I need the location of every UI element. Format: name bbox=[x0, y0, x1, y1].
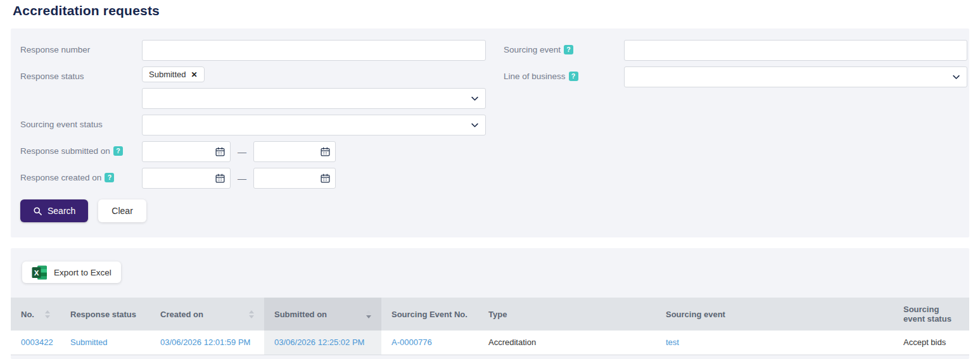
line-of-business-label-text: Line of business bbox=[504, 72, 566, 81]
response-status-chip[interactable]: Submitted ✕ bbox=[142, 66, 205, 82]
cell-type: Accreditation bbox=[478, 331, 656, 355]
response-number-link[interactable]: 0003422 bbox=[21, 337, 53, 347]
filter-row-response-status: Response status Submitted ✕ bbox=[20, 66, 486, 109]
clear-button-label: Clear bbox=[111, 206, 132, 216]
response-status-label: Response status bbox=[20, 66, 142, 81]
date-from-wrap bbox=[142, 168, 231, 189]
column-header-no[interactable]: No. bbox=[11, 298, 60, 331]
sourcing-event-input[interactable] bbox=[624, 40, 967, 61]
search-button-label: Search bbox=[48, 206, 75, 216]
filter-column-right: Sourcing event ? Line of business ? bbox=[504, 40, 967, 93]
line-of-business-select[interactable] bbox=[624, 66, 967, 87]
page-title: Accreditation requests bbox=[13, 3, 160, 18]
chevron-down-icon bbox=[951, 72, 961, 82]
filter-row-response-number: Response number bbox=[20, 40, 486, 61]
response-status-select[interactable] bbox=[142, 88, 486, 109]
filter-buttons-row: Search Clear bbox=[20, 199, 486, 222]
line-of-business-label: Line of business ? bbox=[504, 66, 624, 81]
column-label: Submitted on bbox=[274, 310, 327, 319]
chip-close-icon[interactable]: ✕ bbox=[191, 70, 198, 79]
results-table: No. Response status Created on Submitted… bbox=[11, 298, 969, 355]
results-panel: X Export to Excel No. Response status bbox=[11, 248, 969, 359]
search-button[interactable]: Search bbox=[20, 199, 88, 222]
created-on-link[interactable]: 03/06/2026 12:01:59 PM bbox=[160, 337, 250, 347]
response-number-input[interactable] bbox=[142, 40, 486, 61]
response-created-on-daterange: — bbox=[142, 168, 486, 189]
sort-icon[interactable] bbox=[245, 310, 254, 318]
cell-submitted-on: 03/06/2026 12:25:02 PM bbox=[264, 331, 381, 355]
accreditation-requests-page: Accreditation requests Response number R… bbox=[0, 0, 980, 359]
cell-sourcing-event-no: A-0000776 bbox=[381, 331, 478, 355]
export-button-label: Export to Excel bbox=[54, 268, 111, 277]
submitted-on-link[interactable]: 03/06/2026 12:25:02 PM bbox=[274, 337, 364, 347]
response-submitted-on-label: Response submitted on ? bbox=[20, 141, 142, 156]
response-status-link[interactable]: Submitted bbox=[70, 337, 108, 347]
response-submitted-from-input[interactable] bbox=[142, 141, 231, 162]
response-submitted-on-daterange: — bbox=[142, 141, 486, 162]
sourcing-event-link[interactable]: test bbox=[666, 337, 679, 347]
search-icon bbox=[33, 206, 42, 216]
response-created-from-input[interactable] bbox=[142, 168, 231, 189]
chip-label: Submitted bbox=[149, 70, 186, 79]
filter-row-response-created-on: Response created on ? — bbox=[20, 168, 486, 189]
column-label: Sourcing Event No. bbox=[391, 310, 468, 319]
cell-no: 0003422 bbox=[11, 331, 60, 355]
sourcing-event-label: Sourcing event ? bbox=[504, 40, 624, 54]
response-submitted-on-label-text: Response submitted on bbox=[20, 146, 110, 156]
date-to-wrap bbox=[253, 168, 336, 189]
filter-row-line-of-business: Line of business ? bbox=[504, 66, 967, 87]
chevron-down-icon bbox=[470, 94, 480, 103]
response-created-on-label: Response created on ? bbox=[20, 168, 142, 182]
response-created-on-label-text: Response created on bbox=[20, 173, 101, 182]
date-range-separator: — bbox=[238, 173, 246, 184]
cell-sourcing-event-status: Accept bids bbox=[893, 331, 969, 355]
sort-desc-icon[interactable] bbox=[362, 310, 371, 318]
sourcing-event-status-select[interactable] bbox=[142, 115, 486, 135]
column-header-response-status[interactable]: Response status bbox=[60, 298, 150, 331]
help-icon[interactable]: ? bbox=[113, 146, 123, 156]
filter-column-left: Response number Response status Submitte… bbox=[20, 40, 486, 222]
svg-text:X: X bbox=[34, 269, 39, 277]
column-label: Sourcing event status bbox=[903, 305, 951, 324]
sort-icon[interactable] bbox=[41, 310, 50, 318]
excel-icon: X bbox=[32, 265, 48, 280]
column-label: No. bbox=[21, 310, 34, 319]
table-row: 0003422 Submitted 03/06/2026 12:01:59 PM… bbox=[11, 331, 969, 355]
clear-button[interactable]: Clear bbox=[98, 199, 146, 222]
table-header-row: No. Response status Created on Submitted… bbox=[11, 298, 969, 331]
help-icon[interactable]: ? bbox=[105, 173, 114, 182]
cell-created-on: 03/06/2026 12:01:59 PM bbox=[150, 331, 264, 355]
help-icon[interactable]: ? bbox=[569, 72, 578, 81]
sourcing-event-no-link[interactable]: A-0000776 bbox=[391, 337, 432, 347]
column-header-submitted-on[interactable]: Submitted on bbox=[264, 298, 381, 331]
chevron-down-icon bbox=[470, 120, 480, 130]
column-label: Sourcing event bbox=[666, 310, 725, 319]
response-status-chip-row: Submitted ✕ bbox=[142, 66, 486, 82]
column-label: Type bbox=[488, 310, 507, 319]
sourcing-event-status-label: Sourcing event status bbox=[20, 115, 142, 129]
response-created-to-input[interactable] bbox=[253, 168, 336, 189]
filter-row-sourcing-event: Sourcing event ? bbox=[504, 40, 967, 61]
date-range-separator: — bbox=[238, 147, 246, 157]
column-header-sourcing-event-no[interactable]: Sourcing Event No. bbox=[381, 298, 478, 331]
column-header-created-on[interactable]: Created on bbox=[150, 298, 264, 331]
export-to-excel-button[interactable]: X Export to Excel bbox=[22, 261, 121, 283]
filter-panel: Response number Response status Submitte… bbox=[11, 28, 969, 237]
cell-sourcing-event: test bbox=[656, 331, 893, 355]
cell-response-status: Submitted bbox=[60, 331, 150, 355]
help-icon[interactable]: ? bbox=[564, 45, 573, 54]
column-header-type[interactable]: Type bbox=[478, 298, 656, 331]
column-label: Created on bbox=[160, 310, 203, 319]
filter-row-sourcing-event-status: Sourcing event status bbox=[20, 115, 486, 135]
response-number-label: Response number bbox=[20, 40, 142, 54]
column-header-sourcing-event-status[interactable]: Sourcing event status bbox=[893, 298, 969, 331]
date-to-wrap bbox=[253, 141, 336, 162]
sourcing-event-label-text: Sourcing event bbox=[504, 45, 561, 54]
column-label: Response status bbox=[70, 310, 136, 319]
filter-row-response-submitted-on: Response submitted on ? — bbox=[20, 141, 486, 162]
date-from-wrap bbox=[142, 141, 231, 162]
column-header-sourcing-event[interactable]: Sourcing event bbox=[656, 298, 893, 331]
response-submitted-to-input[interactable] bbox=[253, 141, 336, 162]
